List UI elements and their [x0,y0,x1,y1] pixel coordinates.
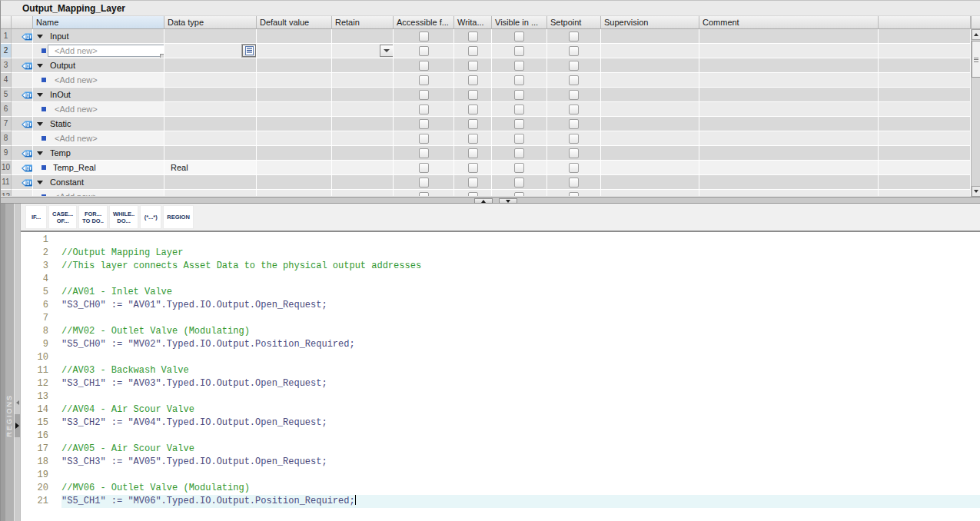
checkbox-writable[interactable] [468,192,478,196]
code-text[interactable]: //This layer connects Asset Data to the … [61,260,980,273]
code-text[interactable]: //MV02 - Outlet Valve (Modulating) [61,325,980,338]
code-line-8[interactable]: 8//MV02 - Outlet Valve (Modulating) [21,325,980,338]
checkbox-accessible[interactable] [419,90,429,100]
name-cell[interactable]: Temp [33,146,164,161]
retain-cell[interactable] [332,161,394,175]
code-line-18[interactable]: 18"S3_CH3" := "AV05".Typed.IO.Output.Ope… [21,456,980,469]
name-cell[interactable]: <Add new> [33,131,164,146]
checkbox-visible[interactable] [514,148,524,158]
code-text[interactable]: "S3_CH3" := "AV05".Typed.IO.Output.Open_… [61,456,980,469]
code-text[interactable]: //AV05 - Air Scour Valve [61,443,980,456]
checkbox-writable[interactable] [468,163,478,173]
table-row-10[interactable]: 10 Temp_RealReal [1,161,971,175]
checkbox-accessible[interactable] [419,119,429,129]
table-row-4[interactable]: 4<Add new> [1,73,971,88]
checkbox-setpoint[interactable] [569,119,579,129]
comment-cell[interactable] [699,88,879,102]
data-type-cell[interactable] [164,131,257,146]
code-line-11[interactable]: 11//AV03 - Backwash Valve [21,364,980,377]
supervision-cell[interactable] [601,190,699,196]
checkbox-accessible[interactable] [419,148,429,158]
code-line-5[interactable]: 5//AV01 - Inlet Valve [21,286,980,299]
comment-cell[interactable] [699,117,879,131]
supervision-cell[interactable] [601,73,699,88]
scroll-down-button[interactable] [972,186,980,197]
checkbox-visible[interactable] [514,192,524,196]
data-type-cell[interactable] [164,88,257,102]
name-cell[interactable]: <Add new> [33,102,164,117]
supervision-cell[interactable] [601,44,699,58]
insert-region-button[interactable]: REGION [163,205,194,229]
checkbox-writable[interactable] [468,105,478,114]
data-type-cell[interactable] [164,102,257,117]
comment-cell[interactable] [699,190,879,196]
retain-cell[interactable] [332,44,394,58]
triangle-down-icon[interactable] [37,122,43,126]
checkbox-setpoint[interactable] [569,105,579,114]
checkbox-writable[interactable] [468,134,478,144]
comment-cell[interactable] [699,131,879,146]
retain-cell[interactable] [332,73,394,88]
table-row-8[interactable]: 8<Add new> [1,131,971,146]
comment-cell[interactable] [699,44,879,58]
code-text[interactable]: //Output Mapping Layer [61,247,980,260]
data-type-cell[interactable] [164,175,257,190]
splitter-collapse-down-button[interactable] [499,198,517,204]
checkbox-visible[interactable] [514,75,524,85]
insert-for-button[interactable]: FOR...TO DO.. [78,205,108,229]
checkbox-visible[interactable] [514,90,524,100]
checkbox-writable[interactable] [468,61,478,71]
code-text[interactable] [61,351,980,364]
code-line-3[interactable]: 3//This layer connects Asset Data to the… [21,260,980,273]
supervision-cell[interactable] [601,117,699,131]
code-line-6[interactable]: 6"S3_CH0" := "AV01".Typed.IO.Output.Open… [21,299,980,312]
name-input[interactable] [48,45,164,57]
checkbox-writable[interactable] [468,90,478,100]
table-row-6[interactable]: 6<Add new> [1,102,971,117]
supervision-cell[interactable] [601,175,699,190]
supervision-cell[interactable] [601,88,699,102]
retain-cell[interactable] [332,58,394,73]
name-cell[interactable]: Constant [33,175,164,190]
code-line-7[interactable]: 7 [21,312,980,325]
checkbox-visible[interactable] [514,32,524,41]
code-line-19[interactable]: 19 [21,469,980,482]
name-cell[interactable]: <Add new> [33,190,164,196]
code-line-4[interactable]: 4 [21,273,980,286]
retain-cell[interactable] [332,190,394,196]
regions-splitter-thumb[interactable] [15,414,20,437]
checkbox-accessible[interactable] [419,163,429,173]
insert-case-button[interactable]: CASE...OF... [48,205,77,229]
table-row-12[interactable]: 12<Add new> [1,190,971,196]
checkbox-accessible[interactable] [419,134,429,144]
data-type-cell[interactable] [164,29,257,44]
checkbox-setpoint[interactable] [569,134,579,144]
code-line-10[interactable]: 10 [21,351,980,364]
code-text[interactable]: "S3_CH1" := "AV03".Typed.IO.Output.Open_… [61,377,980,390]
triangle-down-icon[interactable] [37,93,43,97]
checkbox-visible[interactable] [514,61,524,71]
code-line-9[interactable]: 9"S5_CH0" := "MV02".Typed.IO.Output.Posi… [21,338,980,351]
table-row-2[interactable]: 2 [1,44,971,58]
comment-cell[interactable] [699,102,879,117]
checkbox-writable[interactable] [468,32,478,41]
data-type-cell[interactable] [164,73,257,88]
checkbox-accessible[interactable] [419,46,429,56]
retain-cell[interactable] [332,117,394,131]
name-cell[interactable]: <Add new> [33,73,164,88]
supervision-cell[interactable] [601,146,699,161]
supervision-cell[interactable] [601,131,699,146]
checkbox-accessible[interactable] [419,75,429,85]
code-text[interactable] [61,430,980,443]
code-line-15[interactable]: 15"S3_CH2" := "AV04".Typed.IO.Output.Ope… [21,416,980,430]
checkbox-writable[interactable] [468,75,478,85]
supervision-cell[interactable] [601,161,699,175]
supervision-cell[interactable] [601,102,699,117]
retain-cell[interactable] [332,146,394,161]
supervision-cell[interactable] [601,58,699,73]
data-type-cell[interactable]: Real [164,161,257,175]
code-text[interactable]: //MV06 - Outlet Valve (Modulating) [61,482,980,495]
code-text[interactable]: "S3_CH2" := "AV04".Typed.IO.Output.Open_… [61,416,980,430]
default-value-cell[interactable] [257,190,332,196]
checkbox-visible[interactable] [514,119,524,129]
